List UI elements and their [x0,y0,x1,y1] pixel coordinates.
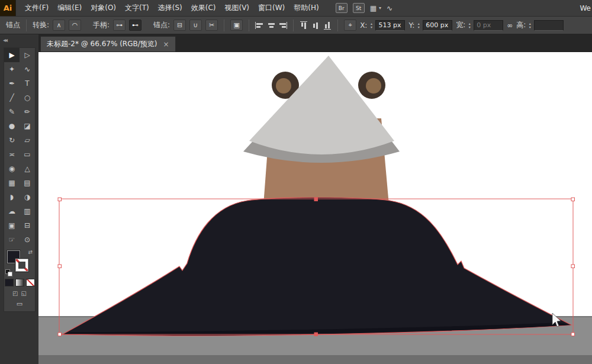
blend-tool[interactable]: ◑ [20,190,35,204]
align-left-button[interactable] [255,22,263,29]
gradient-tool[interactable]: ▤ [20,176,35,190]
swap-fill-stroke-icon[interactable]: ⇄ [28,249,33,255]
magic-wand-tool[interactable]: ✦ [4,62,20,76]
scale-tool[interactable]: ▱ [20,133,35,147]
width-label: 宽: [456,20,465,30]
pen-tool[interactable]: ✒ [4,76,20,91]
menu-help[interactable]: 帮助(H) [294,3,318,13]
stock-button[interactable]: St [353,3,365,13]
stroke-color-swatch[interactable] [15,259,28,272]
none-mode-button[interactable] [26,279,35,286]
isolate-object-button[interactable]: ▣ [230,20,243,31]
pencil-tool[interactable]: ✏ [20,105,35,119]
chevron-down-icon[interactable]: ▾ [379,5,381,11]
y-input[interactable]: 600 px [423,20,452,31]
color-mode-button[interactable] [5,279,14,286]
selection-handle-middle-left[interactable] [58,265,62,268]
ellipse-tool[interactable]: ○ [20,91,35,105]
right-ear-inner[interactable] [366,78,381,94]
menu-effect[interactable]: 效果(C) [191,3,216,13]
menu-select[interactable]: 选择(S) [158,3,182,13]
symbol-sprayer-tool[interactable]: ☁ [4,204,20,218]
selection-handle-top-center[interactable] [314,198,318,201]
collapse-dock-icon[interactable]: ◂◂ [0,34,38,43]
height-stepper[interactable]: ▴▾ [527,20,533,31]
left-ear-inner[interactable] [276,78,291,94]
x-input[interactable]: 513 px [375,20,405,31]
divider [337,20,338,31]
artboard-tool[interactable]: ▣ [4,218,20,233]
width-stepper[interactable]: ▴▾ [466,20,472,31]
cut-path-button[interactable]: ✂ [205,20,218,31]
x-stepper[interactable]: ▴▾ [368,20,374,31]
selection-handle-bottom-right[interactable] [571,333,575,336]
menu-view[interactable]: 视图(V) [224,3,249,13]
hand-tool[interactable]: ☞ [4,233,20,247]
lasso-tool[interactable]: ∿ [20,62,35,76]
draw-normal-icon[interactable]: ◰ [12,290,18,297]
mesh-tool[interactable]: ▦ [4,176,20,190]
arrange-documents-icon[interactable]: ▦ [370,4,377,12]
x-label: X: [360,21,367,30]
slice-tool[interactable]: ⊟ [20,218,35,233]
menu-bar: Ai 文件(F)编辑(E)对象(O)文字(T)选择(S)效果(C)视图(V)窗口… [0,0,592,17]
screen-mode-icon[interactable]: ▭ [17,300,22,308]
perspective-grid-tool[interactable]: △ [20,162,35,176]
direct-selection-tool[interactable]: ▷ [20,48,35,62]
delete-anchor-button[interactable]: ⊟ [173,20,186,31]
gradient-mode-button[interactable] [15,279,24,286]
menu-edit[interactable]: 编辑(E) [57,3,82,13]
spin-down-icon[interactable]: ▾ [368,25,374,29]
column-graph-tool[interactable]: ▥ [20,204,35,218]
height-input[interactable] [534,20,564,31]
width-tool[interactable]: ≍ [4,147,20,162]
selection-handle-bottom-left[interactable] [58,333,62,336]
workspace-switcher[interactable]: We [580,4,591,12]
type-tool[interactable]: T [20,76,35,91]
align-center-vertical-button[interactable] [312,21,319,30]
spin-down-icon[interactable]: ▾ [416,25,422,29]
draw-behind-icon[interactable]: ◱ [21,290,27,297]
connect-endpoints-button[interactable]: ∪ [189,20,202,31]
free-transform-tool[interactable]: ▭ [20,147,35,162]
eyedropper-tool[interactable]: ◗ [4,190,20,204]
align-top-button[interactable] [300,21,307,30]
spin-down-icon[interactable]: ▾ [527,25,533,29]
canvas-area[interactable] [38,52,592,364]
selection-tool[interactable]: ▶ [4,48,20,62]
rotate-tool[interactable]: ↻ [4,133,20,147]
convert-to-corner-button[interactable]: ∧ [53,20,65,31]
align-center-horizontal-button[interactable] [267,22,275,29]
document-tab-bar: 未标题-2* @ 66.67% (RGB/预览) × [38,34,592,52]
eraser-tool[interactable]: ◪ [20,119,35,133]
selection-handle-top-right[interactable] [571,198,575,201]
reference-point-button[interactable]: ⌖ [344,20,356,31]
menu-object[interactable]: 对象(O) [91,3,116,13]
close-icon[interactable]: × [163,40,169,49]
spin-down-icon[interactable]: ▾ [466,25,472,29]
width-input[interactable]: 0 px [474,20,503,31]
menu-items: 文件(F)编辑(E)对象(O)文字(T)选择(S)效果(C)视图(V)窗口(W)… [16,3,319,13]
paintbrush-tool[interactable]: ✎ [4,105,20,119]
show-handles-button[interactable]: ⊶ [113,20,126,31]
document-tab[interactable]: 未标题-2* @ 66.67% (RGB/预览) × [40,36,176,51]
line-segment-tool[interactable]: ╱ [4,91,20,105]
align-bottom-button[interactable] [324,21,331,30]
align-right-button[interactable] [279,22,287,29]
touch-workspace-icon[interactable]: ∿ [387,4,392,12]
zoom-tool[interactable]: ⊙ [20,233,35,247]
menu-file[interactable]: 文件(F) [25,3,49,13]
bridge-button[interactable]: Br [336,3,348,13]
menu-type[interactable]: 文字(T) [125,3,149,13]
constrain-proportions-icon[interactable]: ∞ [507,21,513,30]
y-stepper[interactable]: ▴▾ [416,20,422,31]
selection-handle-middle-right[interactable] [571,265,575,268]
selection-handle-top-left[interactable] [58,198,62,201]
selection-handle-bottom-center[interactable] [314,333,318,336]
convert-to-smooth-button[interactable]: ◠ [69,20,81,31]
hide-handles-button[interactable]: ⊷ [129,20,141,31]
default-fill-stroke-icon[interactable] [5,269,12,276]
blob-brush-tool[interactable]: ● [4,119,20,133]
menu-window[interactable]: 窗口(W) [258,3,285,13]
shape-builder-tool[interactable]: ◉ [4,162,20,176]
